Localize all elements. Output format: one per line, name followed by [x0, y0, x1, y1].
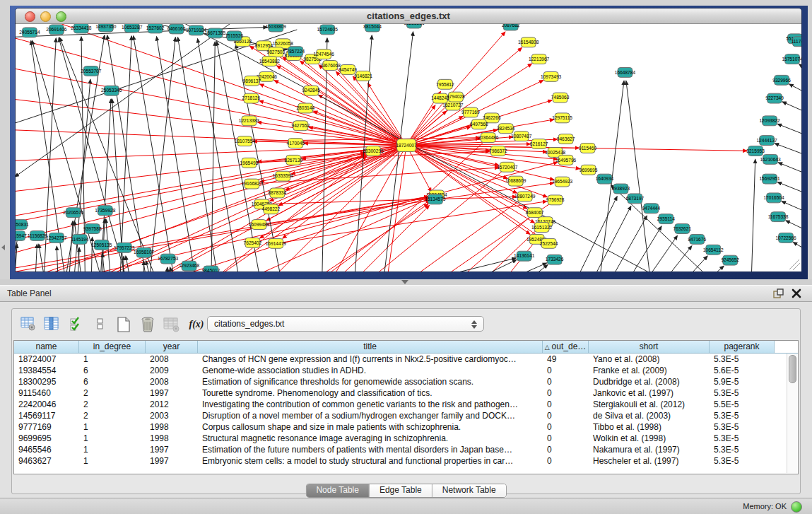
graph-node[interactable]: 6873197 — [626, 194, 645, 204]
graph-node[interactable]: 10654112 — [703, 245, 724, 255]
table-row[interactable]: 946554611997Estimation of the future num… — [14, 444, 798, 455]
graph-node[interactable]: 11675338 — [768, 212, 789, 222]
graph-node[interactable]: 16353594 — [273, 171, 294, 181]
graph-node[interactable]: 10653287 — [122, 24, 143, 33]
graph-node[interactable]: 2803144 — [296, 103, 314, 113]
graph-node[interactable]: 1145194 — [71, 234, 88, 244]
table-row[interactable]: 1456911722003Disruption of a novel membe… — [14, 410, 798, 421]
graph-node[interactable]: 9699695 — [579, 165, 598, 175]
graph-node[interactable]: 14136141 — [514, 251, 535, 261]
column-header-name[interactable]: name — [14, 341, 79, 353]
scrollbar-thumb[interactable] — [789, 355, 796, 383]
delete-trash-icon[interactable] — [138, 315, 156, 334]
graph-node[interactable]: 20364486 — [478, 133, 499, 143]
graph-node[interactable]: 8815044 — [363, 24, 382, 32]
graph-node[interactable]: 7986372 — [489, 146, 507, 156]
column-header-out_de[interactable]: △out_de… — [543, 341, 589, 353]
graph-node[interactable]: 12923468 — [179, 261, 200, 271]
graph-node[interactable]: 1640934 — [596, 174, 614, 184]
table-row[interactable]: 1830029562008Estimation of significance … — [14, 376, 798, 387]
graph-node[interactable]: 6497568 — [470, 119, 488, 129]
graph-node[interactable]: 17957223 — [114, 243, 135, 252]
graph-node[interactable]: 10807487 — [511, 132, 532, 141]
graph-node[interactable]: 24055714 — [19, 28, 40, 37]
graph-node[interactable]: 12505135 — [91, 240, 112, 250]
graph-node[interactable]: 16914479 — [266, 238, 287, 248]
graph-node[interactable]: 17359928 — [95, 206, 116, 216]
graph-node[interactable]: 20553707 — [81, 66, 102, 76]
column-header-title[interactable]: title — [198, 341, 543, 353]
graph-node[interactable]: 12975115 — [552, 113, 572, 123]
table-row[interactable]: 911546021997Tourette syndrome. Phenomeno… — [14, 387, 798, 399]
graph-node[interactable]: 10722566 — [775, 233, 796, 243]
graph-node[interactable]: 9115460 — [579, 144, 596, 153]
graph-node[interactable]: 9474444 — [642, 204, 661, 214]
column-header-short[interactable]: short — [589, 341, 710, 353]
graph-node[interactable]: 8267130 — [284, 155, 302, 165]
graph-node[interactable]: 15692951 — [759, 174, 780, 184]
graph-node[interactable]: 15724605 — [317, 25, 339, 35]
graph-node[interactable]: 9777169 — [461, 107, 480, 117]
graph-node[interactable]: 16543882 — [259, 57, 281, 66]
table-row[interactable]: 1872400712008Changes of HCN gene express… — [14, 354, 798, 365]
graph-node[interactable]: 9146821 — [354, 71, 372, 81]
graph-node[interactable]: 7515526 — [225, 31, 244, 41]
graph-node[interactable]: 9329966 — [772, 75, 791, 85]
graph-node[interactable]: 9245652 — [721, 255, 739, 265]
graph-node[interactable]: 4498222 — [262, 204, 281, 214]
table-row[interactable]: 946362711997Embryonic stem cells: a mode… — [14, 455, 798, 467]
graph-node[interactable]: 9845012 — [202, 266, 220, 271]
graph-node[interactable]: 16210643 — [760, 154, 781, 164]
graph-node[interactable]: 8350831 — [16, 220, 29, 230]
graph-node[interactable]: 3824534 — [497, 124, 515, 134]
graph-node[interactable]: 14937350 — [95, 24, 117, 32]
table-selector-dropdown[interactable]: citations_edges.txt — [207, 316, 484, 332]
panel-splitter[interactable] — [0, 279, 812, 285]
graph-node[interactable]: 18300295 — [363, 146, 384, 156]
graph-node[interactable]: 12444137 — [756, 136, 777, 146]
graph-node[interactable]: 16958107 — [134, 247, 155, 257]
graph-node[interactable]: 12942757 — [46, 233, 67, 243]
graph-node[interactable]: 6466160 — [167, 24, 186, 34]
table-settings-icon[interactable] — [19, 315, 37, 334]
collapse-panel-arrow-icon[interactable] — [1, 245, 5, 250]
graph-node[interactable]: 7632621 — [673, 224, 692, 234]
graph-node[interactable]: 12474546 — [314, 49, 335, 59]
graph-node[interactable]: 8684067 — [526, 208, 544, 218]
graph-node[interactable]: 2522544 — [540, 238, 558, 248]
table-vertical-scrollbar[interactable] — [787, 354, 797, 473]
graph-node[interactable]: 26334418 — [71, 24, 92, 33]
graph-node[interactable]: 15751074 — [782, 54, 801, 64]
close-panel-icon[interactable] — [791, 288, 802, 299]
column-header-in_degree[interactable]: in_degree — [79, 341, 146, 353]
graph-node[interactable]: 16671385 — [205, 28, 226, 38]
tab-edge-table[interactable]: Edge Table — [370, 484, 433, 497]
function-builder-icon[interactable]: f(x) — [187, 315, 206, 334]
graph-node[interactable]: 19166827 — [242, 179, 263, 189]
graph-node[interactable]: 3915947 — [16, 230, 27, 240]
graph-node[interactable]: 1117405 — [792, 37, 801, 47]
graph-node[interactable]: 16782753 — [158, 254, 179, 264]
graph-node[interactable]: 9427552 — [291, 121, 310, 131]
show-column-icon[interactable] — [42, 315, 61, 334]
select-rows-icon[interactable] — [67, 315, 86, 334]
graph-node[interactable]: 1527602 — [146, 24, 165, 33]
graph-node[interactable]: 2935114 — [657, 214, 675, 224]
graph-node[interactable]: 8471676 — [688, 234, 706, 244]
graph-node[interactable]: 18807249 — [514, 192, 536, 201]
new-document-icon[interactable] — [114, 315, 132, 334]
graph-node[interactable]: 1448243 — [431, 93, 449, 103]
graph-node[interactable]: 7625402 — [244, 238, 262, 247]
window-titlebar[interactable]: citations_edges.txt — [16, 8, 801, 24]
graph-node[interactable]: 4170045 — [286, 139, 305, 148]
tab-network-table[interactable]: Network Table — [433, 484, 506, 497]
column-header-pagerank[interactable]: pagerank — [710, 341, 775, 353]
graph-node[interactable]: 1733426 — [546, 255, 564, 264]
graph-node[interactable]: 8938923 — [612, 184, 630, 194]
graph-node[interactable]: 15720407 — [497, 162, 518, 172]
graph-node[interactable]: 6794028 — [447, 92, 465, 102]
graph-node[interactable]: 8215953 — [746, 146, 765, 156]
graph-node[interactable]: 10688609 — [505, 176, 526, 186]
graph-node[interactable]: 16151322 — [531, 223, 553, 233]
graph-node[interactable]: 12213383 — [239, 116, 260, 126]
